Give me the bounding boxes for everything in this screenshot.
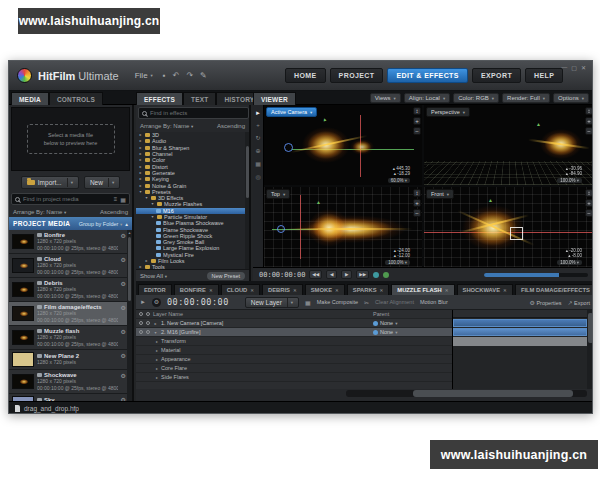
camera-point-gizmo[interactable] (277, 225, 285, 233)
parent-dropdown[interactable]: None (380, 329, 393, 335)
timeline-tab[interactable]: SMOKE✕ (305, 284, 345, 295)
expand-arrow-icon[interactable]: ▸ (153, 321, 158, 326)
nav-button[interactable]: EDIT & EFFECTS (387, 68, 467, 83)
close-tab-icon[interactable]: ✕ (250, 288, 254, 293)
m16-clip-bar[interactable] (453, 328, 587, 336)
make-composite-button[interactable]: Make Composite (317, 299, 358, 305)
grid-view-icon[interactable]: ▦ (120, 196, 126, 203)
expand-arrow-icon[interactable]: ▸ (138, 132, 143, 138)
property-group-row[interactable]: ▸ Appearance (136, 355, 452, 364)
property-group-row[interactable]: ▸ Core Flare (136, 364, 452, 373)
timeline-tab[interactable]: BONFIRE✕ (174, 284, 219, 295)
expand-arrow-icon[interactable]: ▸ (138, 138, 143, 144)
orbit-tool-icon[interactable]: ↻ (255, 134, 260, 141)
viewport-zoom-dropdown[interactable]: 100.0% ▾ (557, 178, 582, 184)
media-item-row[interactable]: Cloud 1280 x 720 pixels 00:00:10:00 @ 25… (9, 254, 129, 278)
timeline-tab[interactable]: SPARKS✕ (347, 284, 390, 295)
nav-button[interactable]: EXPORT (472, 68, 521, 83)
viewport-view-dropdown[interactable]: Top▾ (266, 189, 290, 199)
close-tab-icon[interactable]: ✕ (380, 288, 384, 293)
layer-row[interactable]: ▾ 2. M16 [Gunfire] None▾ (136, 328, 452, 337)
updown-icon[interactable]: ↕ (585, 189, 593, 197)
nav-button[interactable]: HOME (285, 68, 326, 83)
target-tool-icon[interactable]: ⊕ (255, 147, 260, 154)
import-button[interactable]: Import...▾ (21, 176, 79, 189)
media-item-row[interactable]: Shockwave 1280 x 720 pixels 00:00:10:00 … (9, 370, 129, 394)
expand-arrow-icon[interactable]: ▾ (150, 214, 155, 220)
panes-tool-icon[interactable]: ▦ (255, 160, 261, 167)
media-item-row[interactable]: New Plane 2 1280 x 720 pixels ⚙ (9, 350, 129, 370)
expand-arrow-icon[interactable]: ▸ (156, 375, 158, 380)
media-item-row[interactable]: Film damage/effects 1280 x 720 pixels 00… (9, 302, 129, 326)
nav-button[interactable]: PROJECT (330, 68, 384, 83)
tab-controls[interactable]: CONTROLS (49, 92, 103, 105)
effects-scrollbar[interactable] (245, 132, 249, 269)
scrollbar-thumb[interactable] (588, 313, 593, 343)
expand-arrow-icon[interactable]: ▾ (150, 201, 155, 207)
panes-icon[interactable]: ▦ (305, 299, 311, 306)
play-button[interactable]: ▶ (341, 270, 352, 279)
visibility-toggle-icon[interactable] (139, 330, 143, 334)
gear-icon[interactable]: ⚙ (121, 372, 126, 380)
updown-icon[interactable]: ↕ (413, 107, 421, 115)
new-button[interactable]: New▾ (84, 176, 120, 189)
viewport-view-dropdown[interactable]: Perspective▾ (426, 107, 470, 117)
scroll-up-icon[interactable]: ▴ (127, 230, 132, 235)
expand-arrow-icon[interactable]: ▸ (138, 183, 143, 189)
expand-arrow-icon[interactable]: ▸ (138, 164, 143, 170)
viewport-view-dropdown[interactable]: Front▾ (426, 189, 454, 199)
property-group-row[interactable]: ▸ Side Flares (136, 373, 452, 382)
expand-arrow-icon[interactable]: ▸ (138, 170, 143, 176)
sort-order-label[interactable]: Ascending (100, 209, 128, 215)
updown-icon[interactable]: ↕ (585, 107, 593, 115)
viewport-zoom-dropdown[interactable]: 100.0% ▾ (385, 260, 410, 266)
close-tab-icon[interactable]: ✕ (503, 288, 507, 293)
scrollbar-thumb[interactable] (246, 146, 249, 198)
viewer-seek-bar[interactable] (484, 273, 588, 277)
prev-frame-button[interactable]: ◀◀ (309, 270, 322, 279)
timeline-settings-icon[interactable]: ⚙ (152, 298, 161, 307)
media-item-row[interactable]: Bonfire 1280 x 720 pixels 00:00:10:00 @ … (9, 230, 129, 254)
show-all-dropdown[interactable]: Show All ▾ (140, 273, 167, 279)
audio-toggle-icon[interactable] (383, 272, 389, 278)
viewport-zoom-dropdown[interactable]: 100.0% ▾ (557, 260, 582, 266)
viewport-top[interactable]: Top▾ ▲ ↕+− ▴ -24.00 ▴ -12.00 100.0% ▾ (264, 187, 422, 267)
loop-toggle-icon[interactable] (373, 272, 379, 278)
viewer-option-dropdown[interactable]: Color: RGB▾ (453, 93, 499, 103)
plus-tool-icon[interactable]: + (256, 122, 260, 128)
timeline-vertical-scrollbar[interactable] (587, 310, 593, 389)
expand-arrow-icon[interactable]: ▸ (156, 366, 158, 371)
close-tab-icon[interactable]: ✕ (445, 288, 449, 293)
arrange-by-dropdown[interactable]: Arrange By: Name ▾ (140, 123, 193, 129)
zoom-out-button[interactable]: − (585, 127, 593, 135)
zoom-out-button[interactable]: − (413, 127, 421, 135)
file-menu[interactable]: File▾ (135, 71, 153, 80)
zoom-out-button[interactable]: − (585, 209, 593, 217)
tab-viewer[interactable]: VIEWER (253, 92, 296, 105)
camera-clip-bar[interactable] (453, 319, 587, 327)
focus-tool-icon[interactable]: ◎ (255, 173, 260, 180)
select-tool-icon[interactable]: ► (255, 110, 261, 116)
expand-arrow-icon[interactable]: ▸ (156, 348, 158, 353)
timeline-tab[interactable]: MUZZLE FLASH✕ (391, 284, 454, 295)
viewer-option-dropdown[interactable]: Align: Local▾ (404, 93, 450, 103)
expand-arrow-icon[interactable]: ▾ (138, 189, 143, 195)
property-group-row[interactable]: ▸ Transform (136, 337, 452, 346)
timeline-tab[interactable]: FILM DAMAGE/EFFECTS✕ (515, 284, 593, 295)
expand-arrow-icon[interactable]: ▸ (138, 176, 143, 182)
lock-toggle-icon[interactable] (146, 330, 150, 334)
new-layer-button[interactable]: New Layer▾ (245, 297, 299, 308)
media-item-row[interactable]: Muzzle flash 1280 x 720 pixels 00:00:10:… (9, 326, 129, 350)
gear-icon[interactable]: ⚙ (121, 232, 126, 240)
nav-button[interactable]: HELP (525, 68, 563, 83)
expand-arrow-icon[interactable]: ▸ (138, 145, 143, 151)
edit-pen-icon[interactable]: ✎ (200, 71, 207, 80)
new-preset-button[interactable]: New Preset (207, 272, 245, 280)
viewer-option-dropdown[interactable]: Options▾ (553, 93, 589, 103)
redo-icon[interactable]: ↷ (186, 71, 193, 80)
list-view-icon[interactable]: ≡ (114, 196, 118, 202)
close-tab-icon[interactable]: ✕ (335, 288, 339, 293)
group-by-folder-dropdown[interactable]: Group by Folder ▾ (79, 221, 123, 227)
tab-text[interactable]: TEXT (183, 92, 216, 105)
cursor-tool-icon[interactable]: ► (140, 299, 146, 305)
